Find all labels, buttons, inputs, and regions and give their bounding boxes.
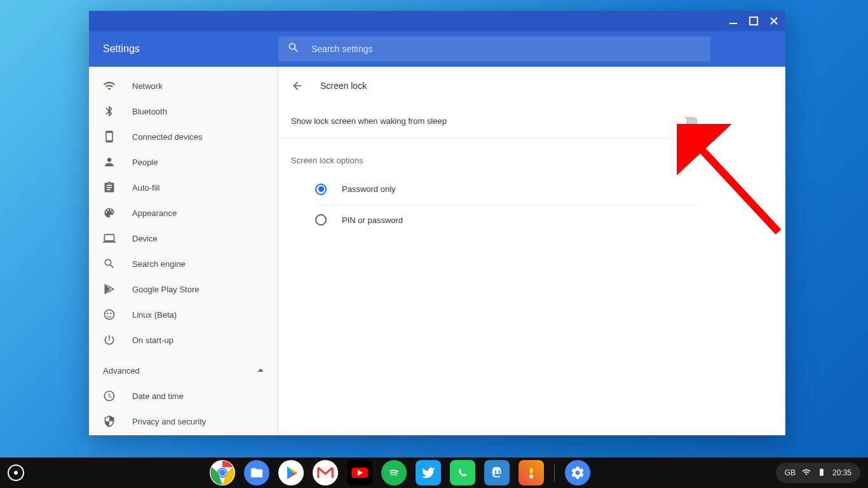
sidebar-item-label: Search engine [132,259,186,269]
linux-icon [103,308,116,321]
svg-point-4 [110,313,112,315]
sidebar-item-label: Bluetooth [132,107,167,116]
app-title: Settings [103,43,278,55]
radio-icon [315,184,327,195]
app-files[interactable] [244,460,269,485]
titlebar [89,11,785,31]
svg-point-2 [105,310,114,320]
sidebar-item-label: Date and time [132,391,184,401]
settings-window: Settings Network Bluetooth Connected dev… [89,11,785,435]
app-twitter[interactable] [416,460,441,485]
sidebar-item-label: Connected devices [132,132,203,142]
laptop-icon [103,232,116,245]
sidebar-item-label: Device [132,234,158,243]
app-whatsapp[interactable] [450,460,475,485]
sidebar-item-privacy[interactable]: Privacy and security [89,409,278,434]
sidebar-item-bluetooth[interactable]: Bluetooth [89,98,278,124]
svg-rect-0 [729,23,737,24]
minimize-button[interactable] [727,15,740,27]
svg-point-13 [529,475,533,478]
maximize-button[interactable] [747,15,760,27]
app-settings[interactable] [565,460,590,485]
shield-icon [103,415,116,428]
person-icon [103,156,116,168]
sidebar-item-label: People [132,158,158,167]
svg-point-9 [219,470,226,476]
bluetooth-icon [103,105,116,118]
toggle-label: Show lock screen when waking from sleep [291,116,447,126]
play-store-icon [103,283,116,295]
svg-rect-1 [750,17,757,25]
shelf-divider [554,464,555,482]
status-time: 20:35 [832,468,851,477]
content: Screen lock Show lock screen when waking… [278,67,785,435]
app-gmail[interactable] [313,460,338,485]
header: Settings [89,31,785,67]
sidebar-item-linux[interactable]: Linux (Beta) [89,302,278,327]
shelf-apps [210,460,590,485]
lock-screen-toggle-row: Show lock screen when waking from sleep [278,105,710,138]
sidebar-item-label: Linux (Beta) [132,310,177,320]
advanced-label: Advanced [103,366,140,376]
battery-icon [817,468,826,478]
app-play-store[interactable] [278,460,304,485]
sidebar-item-search-engine[interactable]: Search engine [89,251,278,276]
sidebar-item-people[interactable]: People [89,149,278,175]
sidebar-item-date-time[interactable]: Date and time [89,383,278,409]
search-icon [103,257,116,270]
power-icon [103,334,116,346]
app-mastodon[interactable] [484,460,510,485]
devices-icon [103,130,116,143]
section-label: Screen lock options [278,138,710,174]
sidebar-item-label: On start-up [132,336,173,345]
option-pin-password[interactable]: PIN or password [315,205,698,235]
lock-screen-toggle[interactable] [677,117,698,126]
sidebar-item-label: Appearance [132,208,177,218]
search-input[interactable] [311,44,702,54]
sidebar-item-device[interactable]: Device [89,226,278,251]
back-button[interactable] [290,78,305,93]
app-youtube[interactable] [347,460,372,485]
chevron-up-icon [257,366,264,376]
svg-point-3 [107,313,109,315]
page-title: Screen lock [320,81,367,91]
app-spotify[interactable] [381,460,407,485]
sidebar-item-label: Network [132,81,163,91]
sidebar-item-connected-devices[interactable]: Connected devices [89,124,278,149]
shelf: GB 20:35 [0,458,868,488]
clock-icon [103,390,116,402]
search-box[interactable] [278,36,710,62]
close-button[interactable] [768,15,780,27]
clipboard-icon [103,181,116,194]
sidebar-item-autofill[interactable]: Auto-fill [89,175,278,200]
status-tray[interactable]: GB 20:35 [776,463,860,483]
sidebar-item-network[interactable]: Network [89,73,278,98]
option-password-only[interactable]: Password only [315,174,698,205]
sidebar: Network Bluetooth Connected devices Peop… [89,67,278,435]
sidebar-item-play-store[interactable]: Google Play Store [89,276,278,302]
option-label: PIN or password [342,215,403,225]
wifi-icon [103,79,116,92]
wifi-icon [802,468,811,478]
search-icon [287,41,300,57]
lock-options-group: Password only PIN or password [278,174,710,235]
sidebar-item-label: Google Play Store [132,285,200,294]
app-chrome[interactable] [210,460,235,485]
sidebar-item-startup[interactable]: On start-up [89,327,278,353]
sidebar-item-label: Privacy and security [132,417,206,426]
sidebar-item-label: Auto-fill [132,183,159,193]
sidebar-item-appearance[interactable]: Appearance [89,200,278,226]
radio-icon [315,214,327,226]
option-label: Password only [342,184,396,194]
status-lang: GB [785,468,796,477]
page-header: Screen lock [278,67,710,105]
sidebar-advanced-toggle[interactable]: Advanced [89,358,278,383]
launcher-button[interactable] [8,464,24,481]
palette-icon [103,207,116,219]
app-game[interactable] [519,460,544,485]
